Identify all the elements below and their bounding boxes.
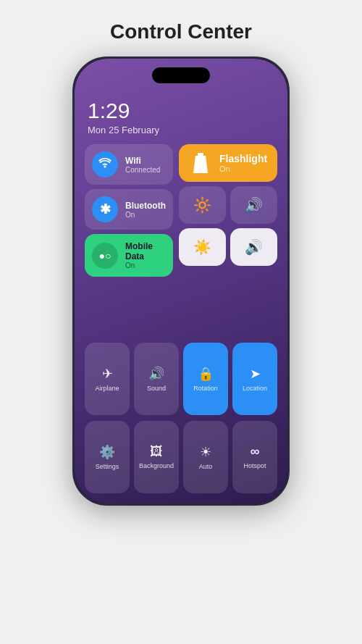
mobile-data-icon-circle: ●○	[92, 243, 118, 269]
bluetooth-title: Bluetooth	[125, 201, 166, 211]
rotation-tile[interactable]: 🔒 Rotation	[183, 343, 228, 415]
wifi-icon-circle	[92, 151, 118, 177]
wifi-title: Wifi	[125, 156, 160, 166]
wifi-tile[interactable]: Wifi Connected	[85, 144, 173, 185]
sound-icon: 🔊	[148, 366, 164, 382]
airplane-tile[interactable]: ✈ Airplane	[85, 343, 130, 415]
background-tile[interactable]: 🖼 Background	[134, 421, 179, 493]
sound-tile[interactable]: 🔊 Sound	[134, 343, 179, 415]
flashlight-label: Flashlight On	[219, 153, 267, 173]
volume-tile[interactable]: 🔊	[230, 228, 277, 266]
left-column: Wifi Connected ✱ Bluetooth On	[85, 144, 173, 335]
wifi-icon	[98, 158, 111, 171]
svg-point-2	[197, 164, 204, 171]
page-title: Control Center	[110, 20, 252, 43]
bottom-row-2: ⚙️ Settings 🖼 Background ☀ Auto ∞ Hotspo…	[85, 421, 277, 493]
hotspot-label: Hotspot	[244, 462, 266, 469]
small-icon-1: 🔆	[193, 196, 211, 214]
small-tiles-row1: 🔆 🔊	[179, 186, 277, 224]
auto-icon: ☀	[200, 444, 211, 460]
location-icon: ➤	[250, 366, 261, 382]
mobile-data-tile[interactable]: ●○ Mobile Data On	[85, 234, 173, 277]
bluetooth-label: Bluetooth On	[125, 201, 166, 219]
bottom-row-1: ✈ Airplane 🔊 Sound 🔒 Rotation ➤ Location	[85, 343, 277, 415]
flashlight-icon	[189, 151, 212, 175]
phone-screen: 1:29 Mon 25 February	[75, 59, 287, 503]
rotation-icon: 🔒	[198, 366, 214, 382]
settings-icon: ⚙️	[99, 444, 115, 460]
background-label: Background	[139, 462, 174, 469]
rotation-label: Rotation	[193, 385, 218, 392]
settings-tile[interactable]: ⚙️ Settings	[85, 421, 130, 493]
svg-rect-0	[198, 153, 203, 156]
mobile-data-title: Mobile Data	[125, 241, 166, 262]
small-tile-2[interactable]: 🔊	[230, 186, 277, 224]
sound-label: Sound	[147, 385, 166, 392]
hotspot-icon: ∞	[251, 444, 260, 459]
flashlight-tile[interactable]: Flashlight On	[179, 144, 277, 182]
location-tile[interactable]: ➤ Location	[232, 343, 277, 415]
right-column: Flashlight On 🔆 🔊 ☀️	[179, 144, 277, 335]
flashlight-subtitle: On	[219, 164, 267, 173]
phone-shell: 1:29 Mon 25 February	[72, 57, 290, 506]
controls-grid: Wifi Connected ✱ Bluetooth On	[85, 144, 277, 493]
small-icon-2: 🔊	[245, 196, 263, 214]
mobile-data-icon: ●○	[99, 250, 111, 262]
flashlight-title: Flashlight	[219, 153, 267, 164]
bluetooth-icon-circle: ✱	[92, 196, 118, 222]
bluetooth-subtitle: On	[125, 211, 166, 219]
brightness-icon: ☀️	[193, 238, 211, 256]
background-icon: 🖼	[150, 444, 163, 459]
auto-label: Auto	[199, 463, 213, 470]
auto-tile[interactable]: ☀ Auto	[183, 421, 228, 493]
dynamic-island	[152, 67, 210, 83]
status-time: 1:29	[88, 99, 277, 123]
bluetooth-tile[interactable]: ✱ Bluetooth On	[85, 189, 173, 230]
volume-icon: 🔊	[245, 238, 263, 256]
mobile-data-label: Mobile Data On	[125, 241, 166, 269]
wifi-subtitle: Connected	[125, 166, 160, 174]
hotspot-tile[interactable]: ∞ Hotspot	[232, 421, 277, 493]
mobile-data-subtitle: On	[125, 262, 166, 269]
status-date: Mon 25 February	[88, 125, 277, 135]
small-tiles-row2: ☀️ 🔊	[179, 228, 277, 266]
wifi-label: Wifi Connected	[125, 156, 160, 174]
small-tile-1[interactable]: 🔆	[179, 186, 226, 224]
bluetooth-icon: ✱	[100, 201, 111, 217]
brightness-tile[interactable]: ☀️	[179, 228, 226, 266]
airplane-icon: ✈	[102, 366, 113, 382]
location-label: Location	[243, 385, 267, 392]
airplane-label: Airplane	[96, 385, 119, 392]
settings-label: Settings	[96, 463, 119, 470]
